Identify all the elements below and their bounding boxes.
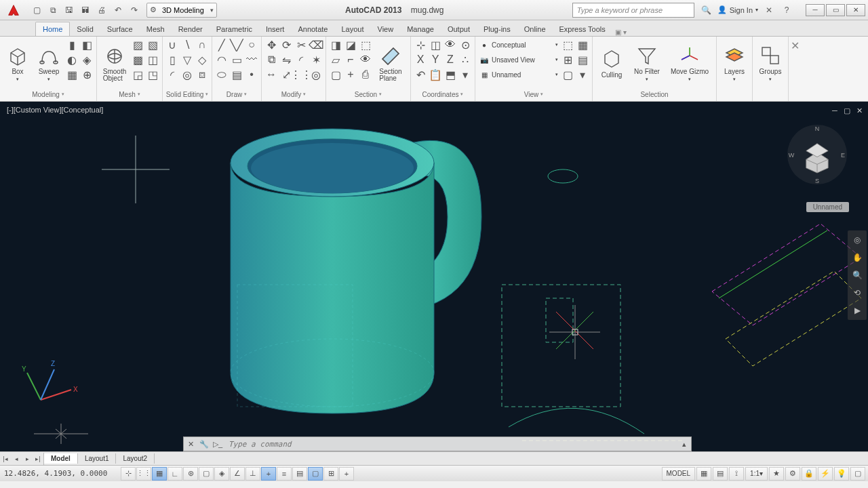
- steering-wheel-icon[interactable]: ◎: [850, 233, 864, 247]
- osnap-icon[interactable]: ▢: [199, 467, 214, 481]
- cmd-close-icon[interactable]: ✕: [184, 437, 197, 451]
- erase-icon[interactable]: ⌫: [309, 38, 323, 52]
- scale-button[interactable]: 1:1 ▾: [745, 467, 768, 481]
- mesh-refine-icon[interactable]: ▩: [131, 53, 144, 66]
- snap-icon[interactable]: ⋮⋮: [136, 467, 151, 481]
- tab-insert[interactable]: Insert: [259, 22, 292, 36]
- layout-prev-icon[interactable]: ◂: [11, 453, 22, 465]
- layout-last-icon[interactable]: ▸|: [33, 453, 43, 465]
- zoom-icon[interactable]: 🔍: [850, 268, 864, 282]
- separate-icon[interactable]: ⧈: [195, 68, 209, 81]
- arc-icon[interactable]: ◠: [215, 53, 229, 66]
- cmd-history-icon[interactable]: ▴: [677, 437, 691, 451]
- hatch-icon[interactable]: ▤: [230, 68, 243, 81]
- ucs-world-icon[interactable]: ⊹: [414, 38, 427, 52]
- layout-tab-1[interactable]: Layout1: [78, 453, 117, 464]
- workspace-switch-icon[interactable]: ⚙: [785, 467, 800, 481]
- interfere-icon[interactable]: ⬚: [359, 38, 372, 52]
- vp-maximize-icon[interactable]: ▢: [842, 106, 852, 115]
- tab-solid[interactable]: Solid: [70, 22, 100, 36]
- offset-edge-icon[interactable]: ◇: [195, 53, 209, 66]
- rotate-icon[interactable]: ⟳: [279, 38, 293, 52]
- workspace-selector[interactable]: 3D Modeling: [146, 3, 217, 18]
- ucs-origin-icon[interactable]: ⊙: [458, 38, 472, 52]
- ortho-icon[interactable]: ∟: [167, 467, 182, 481]
- vp-minimize-icon[interactable]: ─: [830, 106, 840, 115]
- revolve-icon[interactable]: ◐: [65, 53, 79, 66]
- view-dd-icon[interactable]: ▾: [576, 68, 589, 81]
- exchange-icon[interactable]: ✕: [762, 4, 776, 16]
- ucs-prev-icon[interactable]: ↶: [414, 68, 427, 81]
- ucs-face-icon[interactable]: ◫: [429, 38, 442, 52]
- hardware-accel-icon[interactable]: ⚡: [818, 467, 833, 481]
- trim-icon[interactable]: ✂: [294, 38, 308, 52]
- flatshot-icon[interactable]: ▢: [329, 68, 342, 81]
- clean-screen-icon[interactable]: ▢: [850, 467, 865, 481]
- viewcube[interactable]: N E S W: [787, 125, 847, 184]
- groups-button[interactable]: Groups▾: [755, 38, 785, 89]
- drawing-canvas[interactable]: X Y Z: [0, 102, 868, 451]
- circle-icon[interactable]: ○: [245, 38, 258, 52]
- layout-tab-2[interactable]: Layout2: [116, 453, 155, 464]
- array-icon[interactable]: ⋮⋮: [294, 68, 308, 81]
- help-icon[interactable]: ?: [780, 4, 793, 16]
- ribbon-close-icon[interactable]: ✕: [789, 37, 801, 101]
- tab-render[interactable]: Render: [172, 22, 210, 36]
- tab-parametric[interactable]: Parametric: [210, 22, 259, 36]
- ucs-y-icon[interactable]: Y: [429, 53, 442, 66]
- view-single-icon[interactable]: ▢: [561, 68, 574, 81]
- layout-first-icon[interactable]: |◂: [0, 453, 11, 465]
- spline-icon[interactable]: 〰: [245, 53, 258, 66]
- new-icon[interactable]: ▢: [30, 3, 43, 17]
- am-icon[interactable]: +: [339, 467, 354, 481]
- copy-icon[interactable]: ⧉: [264, 53, 278, 66]
- tab-express[interactable]: Express Tools: [553, 22, 612, 36]
- filter-button[interactable]: No Filter▾: [629, 38, 665, 89]
- lwt-icon[interactable]: ≡: [277, 467, 292, 481]
- sweep-button[interactable]: Sweep▾: [34, 38, 64, 89]
- sc-icon[interactable]: ⊞: [323, 467, 338, 481]
- explode-icon[interactable]: ✶: [309, 53, 323, 66]
- showmotion-icon[interactable]: ▶: [850, 304, 864, 317]
- mesh-convert-icon[interactable]: ◲: [131, 68, 144, 81]
- tab-layout[interactable]: Layout: [334, 22, 370, 36]
- move-icon[interactable]: ✥: [264, 38, 278, 52]
- gizmo-button[interactable]: Move Gizmo▾: [666, 38, 713, 89]
- saveas-icon[interactable]: 🖬: [79, 3, 92, 17]
- tab-annotate[interactable]: Annotate: [291, 22, 334, 36]
- dyn-icon[interactable]: +: [261, 467, 276, 481]
- model-space-button[interactable]: MODEL: [662, 467, 696, 481]
- extrude-face-icon[interactable]: ▯: [165, 53, 179, 66]
- mesh-more-icon[interactable]: ▨: [131, 38, 144, 52]
- taper-face-icon[interactable]: ▽: [180, 53, 194, 66]
- tab-home[interactable]: Home: [35, 22, 70, 36]
- line-icon[interactable]: ╱: [215, 38, 229, 52]
- tab-surface[interactable]: Surface: [100, 22, 140, 36]
- visual-style-selector[interactable]: ●Conceptual▾: [478, 38, 559, 52]
- smooth-object-button[interactable]: Smooth Object: [100, 38, 130, 89]
- extrude-icon[interactable]: ▮: [65, 38, 79, 52]
- thicken-icon[interactable]: ◪: [344, 38, 357, 52]
- polyline-icon[interactable]: ╲╱: [230, 38, 243, 52]
- 3dosnap-icon[interactable]: ◈: [214, 467, 229, 481]
- shell-icon[interactable]: ◎: [180, 68, 194, 81]
- layout-tab-model[interactable]: Model: [44, 453, 78, 464]
- slice-icon[interactable]: ◨: [329, 38, 342, 52]
- ucs-z-icon[interactable]: Z: [443, 53, 457, 66]
- quickview-layouts-icon[interactable]: ▦: [696, 467, 711, 481]
- save-icon[interactable]: 🖫: [62, 3, 76, 17]
- tab-online[interactable]: Online: [517, 22, 553, 36]
- viewport[interactable]: [-][Custom View][Conceptual] ─ ▢ ✕ X Y Z: [0, 102, 868, 451]
- layers-button[interactable]: Layers▾: [719, 38, 749, 89]
- quickview-drawings-icon[interactable]: ▤: [713, 467, 728, 481]
- open-icon[interactable]: ⧉: [46, 3, 60, 17]
- isolate-objects-icon[interactable]: 💡: [834, 467, 849, 481]
- vp-close-icon[interactable]: ✕: [854, 106, 864, 115]
- annotation-scale-icon[interactable]: ⟟: [729, 467, 744, 481]
- ucs-named-icon[interactable]: 📋: [429, 68, 442, 81]
- mesh-less-icon[interactable]: ▧: [146, 38, 159, 52]
- toolbar-lock-icon[interactable]: 🔒: [802, 467, 816, 481]
- undo-icon[interactable]: ↶: [111, 3, 125, 17]
- view-manager-icon[interactable]: ⬚: [561, 38, 574, 52]
- infer-constraints-icon[interactable]: ⊹: [121, 467, 136, 481]
